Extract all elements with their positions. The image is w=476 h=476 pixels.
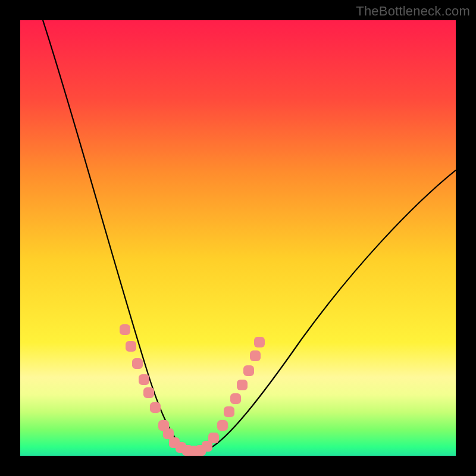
curve-marker (120, 324, 130, 335)
plot-area (20, 20, 456, 456)
curve-marker (230, 393, 241, 404)
curve-marker (224, 406, 234, 417)
curve-marker (237, 380, 248, 390)
marker-band (120, 324, 265, 456)
curve-marker (243, 365, 254, 376)
curve-marker (150, 402, 161, 413)
curve-marker (217, 420, 228, 431)
curve-marker (139, 374, 149, 385)
bottleneck-curve (43, 20, 456, 452)
curve-marker (132, 358, 143, 369)
chart-svg (20, 20, 456, 456)
curve-marker (254, 337, 265, 347)
curve-marker (208, 433, 219, 443)
watermark-text: TheBottleneck.com (356, 4, 470, 19)
curve-marker (126, 341, 136, 352)
curve-marker (250, 350, 261, 361)
chart-frame: TheBottleneck.com (0, 0, 476, 476)
curve-marker (143, 387, 154, 398)
